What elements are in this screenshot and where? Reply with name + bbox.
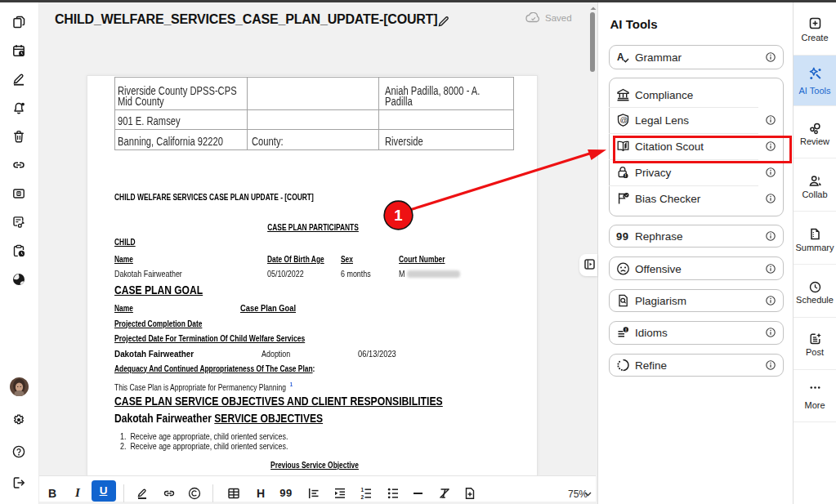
svg-text:A: A xyxy=(617,51,624,63)
svg-text:!: ! xyxy=(625,328,627,332)
svg-text:@: @ xyxy=(619,115,628,124)
svg-text:2: 2 xyxy=(361,494,364,500)
svg-text:1: 1 xyxy=(361,487,364,493)
